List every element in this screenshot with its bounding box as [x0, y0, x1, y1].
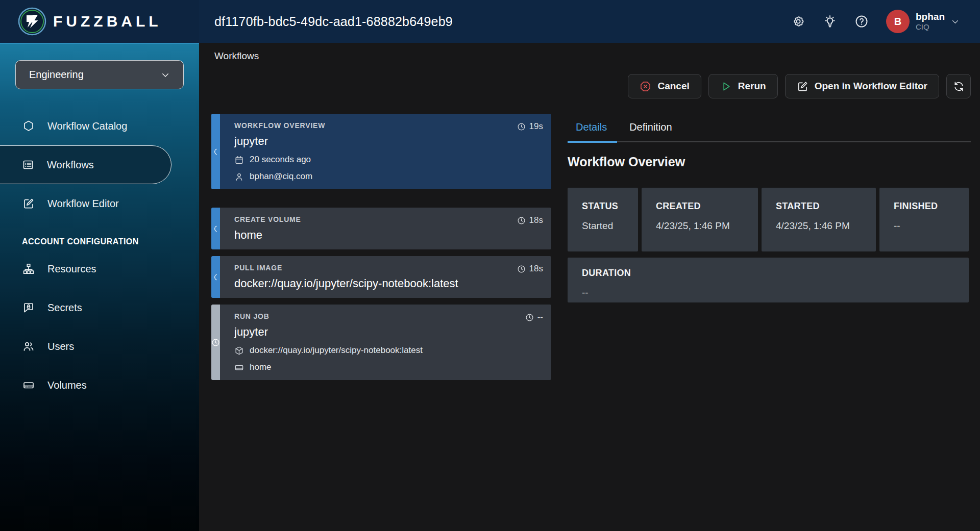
clock-icon: [517, 265, 526, 273]
field-label: DURATION: [582, 268, 969, 279]
breadcrumb[interactable]: Workflows: [214, 49, 259, 63]
sidebar: FUZZBALL Engineering Workflow Catalog: [0, 0, 199, 531]
edit-icon: [22, 197, 35, 210]
list-icon: [22, 159, 34, 171]
step-duration-text: 19s: [529, 121, 543, 132]
sitemap-icon: [22, 263, 35, 275]
open-in-workflow-editor-button[interactable]: Open in Workflow Editor: [785, 74, 939, 98]
drive-icon: [22, 379, 35, 391]
step-body: CREATE VOLUME home 18s: [220, 208, 551, 249]
panels: WORKFLOW OVERVIEW jupyter 20 seconds ago…: [214, 114, 971, 531]
topbar-actions: B bphan CIQ: [791, 10, 960, 33]
tab-definition[interactable]: Definition: [617, 114, 684, 141]
field-value: 4/23/25, 1:46 PM: [656, 220, 758, 232]
cancel-button[interactable]: Cancel: [628, 74, 701, 98]
step-duration: 19s: [517, 121, 543, 132]
brand-block: FUZZBALL: [0, 0, 199, 43]
clock-icon: [517, 216, 526, 225]
field-label: FINISHED: [894, 201, 969, 212]
help-button[interactable]: [854, 14, 869, 29]
overview-fields: STATUS Started CREATED 4/23/25, 1:46 PM …: [568, 188, 969, 251]
field-status: STATUS Started: [568, 188, 638, 251]
step-kind: RUN JOB: [234, 312, 543, 320]
user-menu[interactable]: B bphan CIQ: [886, 10, 960, 33]
avatar-initial: B: [894, 16, 901, 28]
open-editor-label: Open in Workflow Editor: [815, 81, 927, 92]
sidebar-body: Engineering Workflow Catalog Workflows: [0, 43, 199, 531]
package-icon: [234, 346, 244, 356]
step-meta-row: 20 seconds ago: [234, 155, 543, 165]
step-kind: CREATE VOLUME: [234, 215, 543, 223]
tab-details[interactable]: Details: [568, 114, 617, 141]
brand-name: FUZZBALL: [53, 13, 162, 30]
secret-lock-icon: [22, 301, 35, 314]
clock-icon: [517, 122, 526, 131]
field-value: --: [894, 220, 969, 232]
chevron-down-icon: [951, 17, 960, 26]
step-card-workflow-overview[interactable]: WORKFLOW OVERVIEW jupyter 20 seconds ago…: [211, 114, 551, 189]
lightbulb-icon: [823, 14, 837, 29]
step-status-stripe: [211, 305, 220, 380]
cancel-label: Cancel: [657, 81, 689, 92]
field-label: STATUS: [582, 201, 638, 212]
sidebar-item-users[interactable]: Users: [0, 327, 172, 366]
workflow-actions: Cancel Rerun Open in Workflow Editor: [214, 74, 971, 98]
topbar: df1170fb-bdc5-49dc-aad1-68882b649eb9: [199, 0, 980, 43]
spinner-icon: [211, 223, 220, 234]
field-created: CREATED 4/23/25, 1:46 PM: [642, 188, 758, 251]
help-icon: [854, 14, 869, 29]
user-org: CIQ: [916, 22, 945, 31]
users-icon: [22, 340, 35, 352]
sidebar-item-volumes[interactable]: Volumes: [0, 366, 172, 404]
tips-button[interactable]: [823, 14, 837, 29]
sidebar-item-workflow-catalog[interactable]: Workflow Catalog: [0, 107, 172, 145]
step-card-run-job[interactable]: RUN JOB jupyter docker://quay.io/jupyter…: [211, 305, 551, 380]
sidebar-item-secrets[interactable]: Secrets: [0, 288, 172, 327]
field-duration: DURATION --: [568, 258, 969, 302]
sidebar-item-workflows[interactable]: Workflows: [0, 145, 172, 184]
field-value: 4/23/25, 1:46 PM: [776, 220, 876, 232]
rerun-button[interactable]: Rerun: [708, 74, 778, 98]
field-value: Started: [582, 220, 638, 232]
sidebar-nav: Workflow Catalog Workflows: [0, 107, 199, 223]
step-duration-text: 18s: [529, 215, 543, 225]
play-icon: [720, 81, 732, 92]
avatar: B: [886, 10, 910, 33]
step-card-create-volume[interactable]: CREATE VOLUME home 18s: [211, 208, 551, 249]
step-kind: WORKFLOW OVERVIEW: [234, 121, 543, 130]
refresh-icon: [953, 81, 965, 92]
step-title: docker://quay.io/jupyter/scipy-notebook:…: [234, 277, 543, 290]
sidebar-item-label: Workflow Catalog: [47, 120, 127, 132]
clock-icon: [525, 313, 534, 322]
refresh-button[interactable]: [946, 74, 971, 98]
account-selector-label: Engineering: [29, 69, 84, 81]
step-meta-text: 20 seconds ago: [250, 155, 311, 165]
step-meta-text: bphan@ciq.com: [250, 171, 312, 182]
step-duration-text: --: [537, 312, 543, 322]
step-title: jupyter: [234, 135, 543, 148]
sidebar-item-workflow-editor[interactable]: Workflow Editor: [0, 184, 172, 223]
main-area: df1170fb-bdc5-49dc-aad1-68882b649eb9: [199, 0, 980, 531]
step-duration: --: [525, 312, 543, 322]
field-label: CREATED: [656, 201, 758, 212]
fuzzball-logo-icon: [17, 7, 47, 36]
step-meta-row: home: [234, 362, 543, 372]
spinner-icon: [211, 272, 220, 283]
content: Workflows Cancel Rerun: [199, 43, 980, 531]
step-duration: 18s: [517, 215, 543, 225]
settings-button[interactable]: [791, 14, 805, 29]
workflow-steps-list: WORKFLOW OVERVIEW jupyter 20 seconds ago…: [211, 114, 551, 531]
hexagon-icon: [22, 120, 35, 132]
person-icon: [234, 172, 244, 182]
account-selector-dropdown[interactable]: Engineering: [15, 60, 184, 89]
step-card-pull-image[interactable]: PULL IMAGE docker://quay.io/jupyter/scip…: [211, 256, 551, 298]
edit-icon: [797, 81, 808, 92]
sidebar-item-label: Workflow Editor: [47, 198, 119, 210]
sidebar-item-label: Secrets: [47, 302, 82, 314]
step-meta-text: home: [250, 362, 272, 372]
user-names: bphan CIQ: [916, 11, 945, 31]
step-body: PULL IMAGE docker://quay.io/jupyter/scip…: [220, 256, 551, 298]
cancel-octagon-icon: [640, 81, 651, 92]
sidebar-item-resources[interactable]: Resources: [0, 249, 172, 288]
step-kind: PULL IMAGE: [234, 264, 543, 272]
